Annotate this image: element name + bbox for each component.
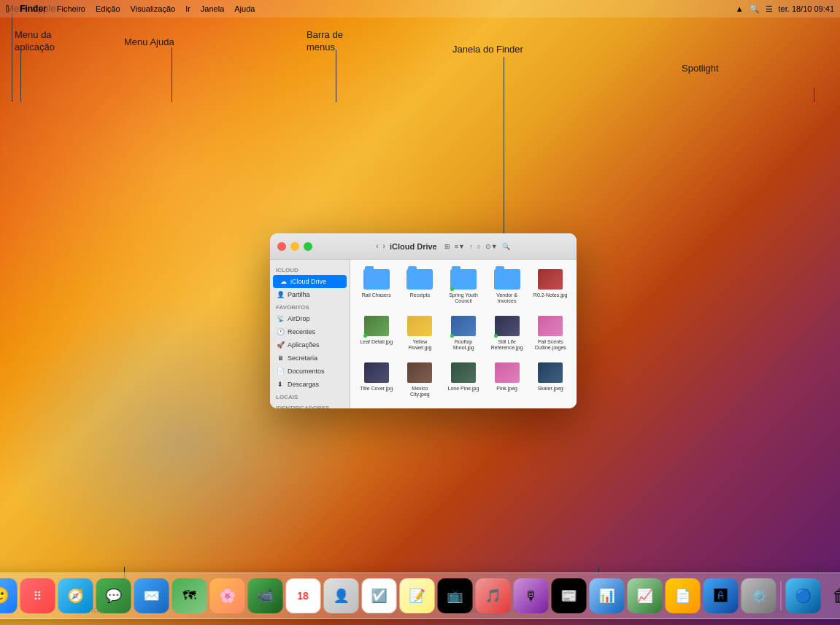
- partilha-icon: 👤: [276, 290, 285, 299]
- dock-maps[interactable]: 🗺: [172, 578, 207, 613]
- dock-pages[interactable]: 📄: [665, 578, 700, 613]
- annotation-spotlight: Spotlight: [682, 63, 719, 75]
- favoritos-section-label: Favoritos: [270, 301, 350, 312]
- desktop:  Finder Ficheiro Edição Visualização Ir…: [0, 0, 840, 625]
- file-skater[interactable]: Skater.jpeg: [530, 359, 571, 403]
- finder-menu[interactable]: Finder: [20, 4, 47, 14]
- dock-finder[interactable]: 🙂: [0, 578, 17, 613]
- secretaria-icon: 🖥: [276, 354, 285, 362]
- airdrop-icon: 📡: [276, 314, 285, 323]
- dock-trash[interactable]: 🗑: [823, 578, 840, 613]
- dock: 🙂 ⠿ 🧭 💬 ✉️ 🗺 🌸 📹 18 👤 ☑️: [0, 572, 840, 619]
- wifi-icon: ▲: [736, 4, 744, 13]
- dock-calendar[interactable]: 18: [285, 578, 320, 613]
- identificadores-section-label: Identificadores: [270, 402, 350, 408]
- dock-divider: [780, 581, 781, 610]
- ajuda-menu[interactable]: Ajuda: [234, 4, 255, 13]
- menubar:  Finder Ficheiro Edição Visualização Ir…: [0, 0, 840, 18]
- icloud-drive-icon: ☁: [279, 277, 288, 286]
- dock-messages[interactable]: 💬: [96, 578, 131, 613]
- file-fall-scents[interactable]: Fall Scents Outline.pages: [530, 312, 571, 356]
- aplicacoes-icon: 🚀: [276, 341, 285, 349]
- file-receipts[interactable]: Receipts: [400, 265, 441, 309]
- icloud-section-label: iCloud: [270, 264, 350, 275]
- dock-reminders[interactable]: ☑️: [361, 578, 396, 613]
- file-mexico-city[interactable]: Mexico City.jpeg: [400, 359, 441, 403]
- file-vendor-invoices[interactable]: Vendor & Invoices: [487, 265, 528, 309]
- datetime-display: ter. 18/10 09:41: [779, 4, 834, 13]
- dock-system-settings[interactable]: ⚙️: [741, 578, 776, 613]
- file-leaf-detail[interactable]: Leaf Detail.jpg: [356, 312, 397, 356]
- file-r02-notes[interactable]: R0.2-Notes.jpg: [530, 265, 571, 309]
- documentos-item[interactable]: 📄 Documentos: [270, 365, 350, 378]
- finder-titlebar: ‹ › iCloud Drive ⊞ ≡▼ ↑ ○ ⊙▼ 🔍: [270, 233, 577, 260]
- spotlight-icon[interactable]: 🔍: [750, 4, 760, 14]
- dock-music[interactable]: 🎵: [475, 578, 510, 613]
- file-title-cover[interactable]: Title Cover.jpg: [356, 359, 397, 403]
- icloud-drive-item[interactable]: ☁ iCloud Drive: [273, 275, 347, 288]
- more-icon[interactable]: ⊙▼: [485, 243, 498, 250]
- view-icon[interactable]: ⊞: [444, 243, 450, 250]
- finder-sidebar: iCloud ☁ iCloud Drive 👤 Partilha Favorit…: [270, 260, 350, 408]
- dock-contacts[interactable]: 👤: [323, 578, 358, 613]
- controlcenter-icon[interactable]: ☰: [766, 4, 773, 14]
- annotation-menu-help: Menu Ajuda: [124, 36, 174, 49]
- minimize-button[interactable]: [290, 242, 299, 251]
- dock-appstore[interactable]: 🅰: [703, 578, 738, 613]
- share-icon[interactable]: ↑: [469, 243, 473, 250]
- dock-safari[interactable]: 🧭: [58, 578, 93, 613]
- maximize-button[interactable]: [304, 242, 312, 251]
- finder-window: ‹ › iCloud Drive ⊞ ≡▼ ↑ ○ ⊙▼ 🔍 iCloud ☁ …: [270, 233, 577, 408]
- close-button[interactable]: [277, 242, 286, 251]
- file-lone-pine[interactable]: Lone Pine.jpg: [443, 359, 484, 403]
- apple-menu[interactable]: : [6, 3, 9, 15]
- documentos-icon: 📄: [276, 367, 285, 376]
- file-rail-chasers[interactable]: Rail Chasers: [356, 265, 397, 309]
- dock-screensaver[interactable]: 🔵: [785, 578, 820, 613]
- dock-numbers[interactable]: 📈: [627, 578, 662, 613]
- descargas-item[interactable]: ⬇ Descargas: [270, 378, 350, 391]
- back-button[interactable]: ‹: [376, 242, 378, 250]
- forward-button[interactable]: ›: [383, 242, 385, 250]
- annotation-line-help: [172, 47, 172, 102]
- dock-launchpad[interactable]: ⠿: [20, 578, 55, 613]
- dock-tv[interactable]: 📺: [437, 578, 472, 613]
- file-yellow-flower[interactable]: Yellow Flower.jpg: [400, 312, 441, 356]
- aplicacoes-item[interactable]: 🚀 Aplicações: [270, 338, 350, 352]
- file-pink[interactable]: Pink.jpeg: [487, 359, 528, 403]
- window-title: iCloud Drive: [390, 242, 437, 251]
- recentes-item[interactable]: 🕐 Recentes: [270, 325, 350, 338]
- finder-content: Rail Chasers Receipts Spring Youth Counc…: [350, 260, 577, 408]
- annotation-line-finder-window: [504, 57, 504, 235]
- dock-keynote[interactable]: 📊: [589, 578, 624, 613]
- file-rooftop-shoot[interactable]: Rooftop Shoot.jpg: [443, 312, 484, 356]
- finder-body: iCloud ☁ iCloud Drive 👤 Partilha Favorit…: [270, 260, 577, 408]
- ir-menu[interactable]: Ir: [185, 4, 190, 13]
- sort-icon[interactable]: ≡▼: [455, 243, 465, 250]
- dock-photos[interactable]: 🌸: [209, 578, 244, 613]
- tag-icon[interactable]: ○: [477, 243, 480, 250]
- descargas-icon: ⬇: [276, 380, 285, 389]
- dock-podcasts[interactable]: 🎙: [513, 578, 548, 613]
- dock-notes[interactable]: 📝: [399, 578, 434, 613]
- search-icon[interactable]: 🔍: [502, 243, 510, 250]
- visualizacao-menu[interactable]: Visualização: [131, 4, 176, 13]
- secretaria-item[interactable]: 🖥 Secretaria: [270, 352, 350, 365]
- ficheiro-menu[interactable]: Ficheiro: [57, 4, 85, 13]
- dock-mail[interactable]: ✉️: [134, 578, 169, 613]
- edicao-menu[interactable]: Edição: [96, 4, 120, 13]
- menubar-left:  Finder Ficheiro Edição Visualização Ir…: [6, 3, 736, 15]
- annotation-line-apple-v: [12, 13, 12, 101]
- file-still-life[interactable]: Still Life Reference.jpg: [487, 312, 528, 356]
- airdrop-item[interactable]: 📡 AirDrop: [270, 312, 350, 325]
- finder-toolbar: ‹ › iCloud Drive ⊞ ≡▼ ↑ ○ ⊙▼ 🔍: [317, 242, 569, 251]
- file-spring-youth[interactable]: Spring Youth Council: [443, 265, 484, 309]
- annotation-menubar: Barra demenus: [307, 29, 343, 54]
- annotation-line-apple-h: [12, 101, 13, 101]
- dock-facetime[interactable]: 📹: [247, 578, 282, 613]
- janela-menu[interactable]: Janela: [201, 4, 224, 13]
- annotation-line-spotlight-h: [814, 101, 815, 101]
- partilha-item[interactable]: 👤 Partilha: [270, 288, 350, 301]
- dock-news[interactable]: 📰: [551, 578, 586, 613]
- locais-section-label: Locais: [270, 391, 350, 402]
